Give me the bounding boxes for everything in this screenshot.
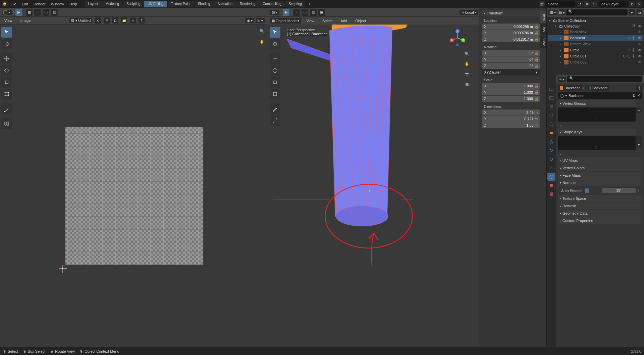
vtool-transform[interactable] xyxy=(270,89,280,99)
uv-canvas[interactable] xyxy=(0,25,268,347)
ptab-constraints-icon[interactable] xyxy=(547,164,555,172)
crumb-object[interactable]: Backseat xyxy=(558,85,582,91)
outliner-filter-icon[interactable]: ▼ xyxy=(629,9,635,15)
shape-keys-list[interactable]: +▾⠿ xyxy=(558,136,636,150)
outliner-search[interactable]: 🔍 xyxy=(566,9,628,15)
vp-persp-icon[interactable]: ▦ xyxy=(463,80,471,88)
vtool-select[interactable] xyxy=(270,27,280,38)
vertex-groups-list[interactable]: +⠿ xyxy=(558,107,636,122)
vtool-move[interactable] xyxy=(270,53,280,64)
uv-cursor-tool-icon[interactable]: ▶ xyxy=(15,9,22,16)
loc-y-field[interactable]: Y0.009786 m🔓 xyxy=(482,30,540,36)
section-normals[interactable]: Normals xyxy=(558,179,642,186)
lock-icon[interactable]: 🔓 xyxy=(534,51,538,55)
npanel-tab-tool[interactable]: Tool xyxy=(540,24,546,35)
npanel-tab-view[interactable]: View xyxy=(540,36,546,48)
menu-help[interactable]: Help xyxy=(67,1,80,7)
tree-item[interactable]: ▸Circle.002👁 xyxy=(548,59,643,65)
scale-y-field[interactable]: Y1.000🔓 xyxy=(482,89,540,95)
uv-edge-select-icon[interactable]: ▭ xyxy=(43,9,49,16)
ws-uvediting[interactable]: UV Editing xyxy=(144,1,167,7)
ws-shading[interactable]: Shading xyxy=(195,1,214,7)
lock-icon[interactable]: 🔓 xyxy=(534,25,538,29)
lock-icon[interactable]: 🔓 xyxy=(534,31,538,35)
rot-y-field[interactable]: Y0°🔓 xyxy=(482,56,540,62)
add-shapekey-button[interactable]: + xyxy=(636,136,642,141)
scale-x-field[interactable]: X1.000🔓 xyxy=(482,83,540,89)
vtool-scale[interactable] xyxy=(270,77,280,88)
vp-orientation[interactable]: ⇲ Local ▾ xyxy=(460,10,478,15)
crumb-mesh[interactable]: Backseat xyxy=(586,85,609,91)
vp-zoom-icon[interactable]: 🔍 xyxy=(463,50,471,58)
new-scene-icon[interactable]: 🗋 xyxy=(577,1,583,7)
ptab-viewlayer-icon[interactable] xyxy=(547,103,555,111)
section-vertex-colors[interactable]: Vertex Colors xyxy=(558,165,642,171)
ptab-modifiers-icon[interactable] xyxy=(547,138,555,146)
vp-pan-icon[interactable]: ✋ xyxy=(463,60,471,68)
transform-panel-header[interactable]: Transform xyxy=(482,10,540,16)
blender-icon[interactable] xyxy=(2,1,8,7)
dim-y-field[interactable]: Y0.721 m xyxy=(482,116,540,122)
ptab-particles-icon[interactable] xyxy=(547,146,555,154)
uv-fake-user-icon[interactable]: F xyxy=(104,17,110,24)
section-uv-maps[interactable]: UV Maps xyxy=(558,157,642,164)
add-vgroup-button[interactable]: + xyxy=(636,107,642,113)
section-custom-props[interactable]: Custom Properties xyxy=(558,217,642,224)
vp-camera-icon[interactable]: 📷 xyxy=(463,70,471,78)
uv-unlink-icon[interactable]: ✕ xyxy=(130,17,136,24)
uv-pivot-icon[interactable]: ◉ ▾ xyxy=(245,18,254,23)
uv-image-menu[interactable]: Image xyxy=(18,17,34,24)
uv-zoom-icon[interactable]: 🔍 xyxy=(258,27,266,35)
tree-collection[interactable]: ▾🗀Collection☑👁 xyxy=(548,23,643,29)
viewlayer-selector[interactable]: View Layer xyxy=(598,1,628,7)
vtool-annotate[interactable] xyxy=(270,103,280,114)
mesh-name-field[interactable]: ▾Backseat🗋 ✕ xyxy=(558,92,642,99)
ws-layout[interactable]: Layout xyxy=(85,1,102,7)
delete-scene-icon[interactable]: ✕ xyxy=(584,1,590,7)
delete-viewlayer-icon[interactable]: ✕ xyxy=(636,1,642,7)
uv-overlay-icon[interactable]: ◎ ▾ xyxy=(256,18,265,23)
vp-object-menu[interactable]: Object xyxy=(353,18,369,24)
auto-smooth-angle[interactable]: 30° xyxy=(602,188,636,193)
tree-item[interactable]: ▸Circle.001👁 xyxy=(548,53,643,59)
lock-icon[interactable]: 🔓 xyxy=(534,90,538,95)
outliner-display-icon[interactable]: ▤ ▾ xyxy=(559,9,565,15)
auto-smooth-checkbox[interactable]: ✓ xyxy=(585,188,589,193)
uv-face-select-icon[interactable]: ▥ xyxy=(51,9,58,16)
ptab-world-icon[interactable] xyxy=(547,120,555,128)
ptab-mesh-icon[interactable] xyxy=(547,173,555,181)
uv-view-menu[interactable]: View xyxy=(2,17,15,24)
lock-icon[interactable]: 🔓 xyxy=(534,57,538,62)
lock-icon[interactable]: 🔓 xyxy=(534,97,538,101)
vp-editor-type[interactable]: ▧ ▾ xyxy=(270,10,279,15)
vp-select-menu[interactable]: Select xyxy=(320,18,335,24)
ws-scripting[interactable]: Scripting xyxy=(285,1,305,7)
vp-selmode-1-icon[interactable]: ▫ xyxy=(293,9,300,16)
vp-default-cursor-icon[interactable]: ▶ xyxy=(283,9,289,16)
section-texture-space[interactable]: Texture Space xyxy=(558,195,642,202)
ws-compositing[interactable]: Compositing xyxy=(259,1,285,7)
ws-sculpting[interactable]: Sculpting xyxy=(123,1,144,7)
axis-gizmo[interactable]: Z X Y xyxy=(449,30,466,46)
loc-x-field[interactable]: X0.001255 m🔓 xyxy=(482,24,540,30)
uv-open-image-icon[interactable]: 📁 xyxy=(121,17,127,24)
uv-editor-type[interactable]: ▾ xyxy=(2,10,12,15)
menu-render[interactable]: Render xyxy=(31,1,48,7)
vtool-measure[interactable] xyxy=(270,115,280,126)
section-shape-keys[interactable]: Shape Keys xyxy=(558,129,636,135)
ptab-object-icon[interactable] xyxy=(547,129,555,137)
shapekey-menu-button[interactable]: ▾ xyxy=(636,142,642,147)
rot-mode-selector[interactable]: XYZ Euler▾ xyxy=(482,69,540,75)
outliner-type-icon[interactable]: ☰ ▾ xyxy=(548,10,557,15)
menu-edit[interactable]: Edit xyxy=(19,1,31,7)
ptab-texture-icon[interactable] xyxy=(547,190,555,198)
loc-z-field[interactable]: Z-0.012817 m🔓 xyxy=(482,36,540,42)
vp-add-menu[interactable]: Add xyxy=(338,18,350,24)
uv-pan-icon[interactable]: ✋ xyxy=(258,38,266,46)
lock-icon[interactable]: 🔓 xyxy=(534,37,538,42)
scene-icon[interactable]: 🎬 xyxy=(539,1,545,7)
section-geometry-data[interactable]: Geometry Data xyxy=(558,210,642,217)
vp-selmode-3-icon[interactable]: ▥ xyxy=(310,9,317,16)
uv-vert-select-icon[interactable]: ▫ xyxy=(34,9,41,16)
vp-view-menu[interactable]: View xyxy=(304,18,317,24)
